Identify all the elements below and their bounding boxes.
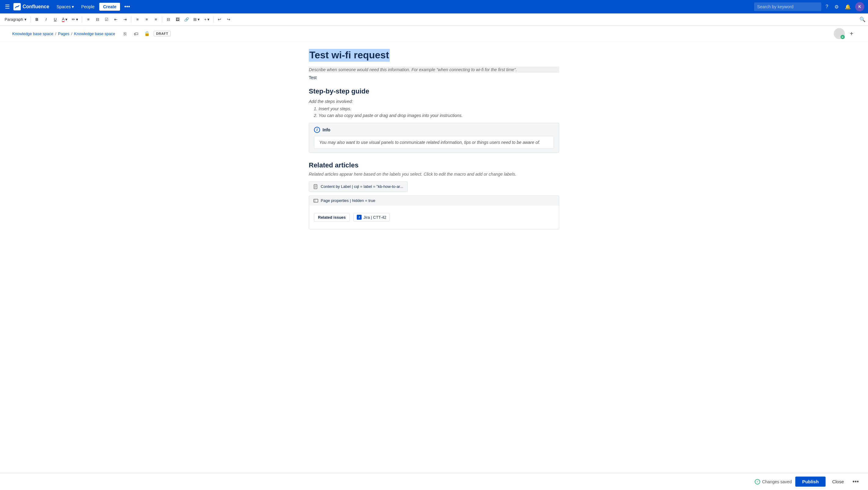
page-properties-content: Related issues J Jira | CTT-42 xyxy=(309,206,559,229)
notifications-icon[interactable]: 🔔 xyxy=(843,3,853,11)
toolbar-sep-3 xyxy=(131,17,131,23)
user-avatar[interactable]: K xyxy=(855,2,864,11)
section1-italic: Add the steps involved: xyxy=(309,99,559,104)
confluence-logo[interactable]: Confluence xyxy=(13,3,49,10)
restrictions-btn[interactable]: 🔒 xyxy=(143,29,151,38)
document-icon xyxy=(313,184,318,189)
section1-heading: Step-by-step guide xyxy=(309,87,559,95)
breadcrumb-sep2: / xyxy=(71,31,72,36)
svg-rect-4 xyxy=(314,199,318,202)
content-by-label-macro[interactable]: Content by Label | cql = label = "kb-how… xyxy=(309,181,408,192)
labels-btn[interactable]: 🏷 xyxy=(132,29,140,38)
main-content: Test wi-fi request Describe when someone… xyxy=(297,39,571,271)
paragraph-select[interactable]: Paragraph ▾ xyxy=(2,16,29,23)
page-icon-btn[interactable]: ⎘ xyxy=(121,29,129,38)
breadcrumb-actions: ⎘ 🏷 🔒 DRAFT xyxy=(121,29,171,38)
nav-people[interactable]: People xyxy=(79,3,97,10)
highlight-picker[interactable]: ✏ ▾ xyxy=(70,15,80,24)
info-panel-content: You may also want to use visual panels t… xyxy=(314,136,554,149)
numbered-list-button[interactable]: ⊟ xyxy=(93,15,102,24)
step-1[interactable]: Insert your steps. xyxy=(318,106,559,111)
logo-icon xyxy=(13,3,21,10)
breadcrumb-part3[interactable]: Knowledge base space xyxy=(74,31,115,36)
add-collaborator-btn[interactable]: + xyxy=(847,29,856,38)
info-panel-header: i Info xyxy=(314,127,554,133)
hamburger-menu[interactable]: ☰ xyxy=(4,2,11,11)
help-icon[interactable]: ? xyxy=(824,3,830,11)
jira-badge[interactable]: J Jira | CTT-42 xyxy=(353,213,390,221)
page-properties-header: Page properties | hidden = true xyxy=(309,196,559,206)
outdent-button[interactable]: ⇤ xyxy=(112,15,120,24)
jira-icon: J xyxy=(357,215,362,220)
breadcrumb-right: K + xyxy=(834,28,856,39)
table-button[interactable]: ⊞ ▾ xyxy=(191,15,202,24)
related-issues-row: Related issues J Jira | CTT-42 xyxy=(314,211,554,224)
nav-spaces[interactable]: Spaces ▾ xyxy=(54,3,76,10)
body-text[interactable]: Test xyxy=(309,75,559,80)
align-center-button[interactable]: ≡ xyxy=(142,15,151,24)
image-button[interactable]: 🖼 xyxy=(173,15,182,24)
italic-button[interactable]: I xyxy=(42,15,51,24)
align-left-button[interactable]: ≡ xyxy=(133,15,142,24)
breadcrumb-pages[interactable]: Pages xyxy=(58,31,69,36)
info-panel[interactable]: i Info You may also want to use visual p… xyxy=(309,123,559,153)
color-picker[interactable]: A ▾ xyxy=(60,15,70,24)
toolbar-sep-4 xyxy=(162,17,162,23)
related-articles-heading: Related articles xyxy=(309,161,559,169)
bold-button[interactable]: B xyxy=(33,15,41,24)
toolbar-search-icon[interactable]: 🔍 xyxy=(860,17,866,22)
info-icon: i xyxy=(314,127,320,133)
draft-badge: DRAFT xyxy=(154,31,171,36)
breadcrumb-sep1: / xyxy=(55,31,56,36)
indent-button[interactable]: ⇥ xyxy=(121,15,129,24)
editor-toolbar: Paragraph ▾ B I U A ▾ ✏ ▾ ≡ ⊟ ☑ ⇤ ⇥ ≡ ≡ … xyxy=(0,13,868,26)
step-2[interactable]: You can also copy and paste or drag and … xyxy=(318,113,559,118)
undo-button[interactable]: ↩ xyxy=(215,15,224,24)
steps-list: Insert your steps. You can also copy and… xyxy=(309,106,559,118)
page-properties-block[interactable]: Page properties | hidden = true Related … xyxy=(309,195,559,229)
link-button[interactable]: 🔗 xyxy=(182,15,191,24)
related-issues-label: Related issues xyxy=(314,213,350,222)
redo-button[interactable]: ↪ xyxy=(224,15,233,24)
create-button[interactable]: Create xyxy=(99,3,120,11)
breadcrumb-part1[interactable]: Knowledge base space xyxy=(12,31,53,36)
page-subtitle[interactable]: Describe when someone would need this in… xyxy=(309,67,559,73)
toolbar-sep-1 xyxy=(31,17,31,23)
toolbar-sep-5 xyxy=(213,17,214,23)
bullet-list-button[interactable]: ≡ xyxy=(84,15,93,24)
editor-avatar[interactable]: K xyxy=(834,28,845,39)
page-title[interactable]: Test wi-fi request xyxy=(309,49,390,62)
search-input[interactable] xyxy=(754,2,821,11)
task-list-button[interactable]: ☑ xyxy=(102,15,111,24)
nav-more-button[interactable]: ••• xyxy=(122,2,132,11)
expand-button[interactable]: ⊟ xyxy=(164,15,173,24)
toolbar-sep-2 xyxy=(82,17,82,23)
insert-more-button[interactable]: + ▾ xyxy=(202,15,211,24)
avatar-badge: K xyxy=(840,35,845,39)
underline-button[interactable]: U xyxy=(51,15,60,24)
align-right-button[interactable]: ≡ xyxy=(152,15,160,24)
settings-icon[interactable]: ⚙ xyxy=(833,3,840,11)
top-nav: ☰ Confluence Spaces ▾ People Create ••• … xyxy=(0,0,868,13)
breadcrumb: Knowledge base space / Pages / Knowledge… xyxy=(0,26,868,42)
page-properties-icon xyxy=(313,198,318,203)
related-articles-desc: Related articles appear here based on th… xyxy=(309,172,559,177)
